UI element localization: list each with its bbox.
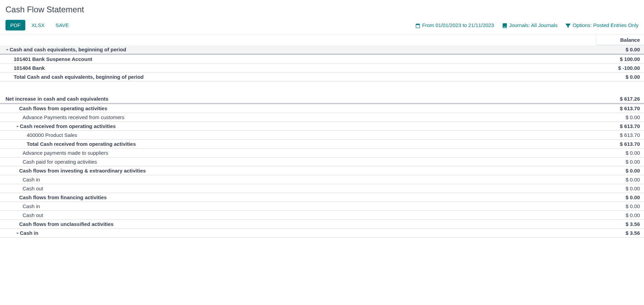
row-balance: $ -100.00 — [596, 64, 644, 73]
table-row[interactable]: Cash paid for operating activities$ 0.00 — [0, 157, 644, 166]
row-balance: $ 0.00 — [596, 211, 644, 219]
calendar-icon — [415, 22, 420, 28]
row-label: Cash out — [0, 184, 596, 193]
row-balance: $ 100.00 — [596, 54, 644, 64]
row-balance: $ 0.00 — [596, 193, 644, 202]
row-balance: $ 0.00 — [596, 73, 644, 81]
row-label: 101401 Bank Suspense Account — [0, 54, 596, 64]
toolbar-right: From 01/01/2023 to 21/11/2023 Journals: … — [415, 22, 639, 28]
table-row[interactable]: Net increase in cash and cash equivalent… — [0, 94, 644, 104]
row-balance: $ 0.00 — [596, 175, 644, 184]
row-label-text: Cash out — [23, 186, 43, 191]
row-label-text: Cash paid for operating activities — [23, 159, 97, 165]
row-label-text: Advance payments made to suppliers — [23, 150, 108, 156]
xlsx-button[interactable]: XLSX — [27, 20, 49, 30]
row-balance: $ 0.00 — [596, 202, 644, 211]
table-row[interactable]: Advance Payments received from customers… — [0, 113, 644, 122]
row-balance: $ 613.70 — [596, 130, 644, 139]
row-balance: $ 613.70 — [596, 139, 644, 148]
row-label: Cash in — [0, 228, 596, 237]
row-label: Cash flows from investing & extraordinar… — [0, 166, 596, 175]
table-row[interactable]: Cash flows from unclassified activities$… — [0, 219, 644, 228]
row-label-text: 400000 Product Sales — [27, 132, 77, 138]
row-label-text: Cash flows from investing & extraordinar… — [19, 168, 146, 174]
row-label: Advance payments made to suppliers — [0, 148, 596, 157]
row-label: Cash flows from operating activities — [0, 103, 596, 113]
table-row[interactable]: Cash and cash equivalents, beginning of … — [0, 45, 644, 54]
row-label: 101404 Bank — [0, 64, 596, 73]
table-row[interactable]: Cash in$ 3.56 — [0, 228, 644, 237]
row-label: Cash paid for operating activities — [0, 157, 596, 166]
row-balance: $ 617.26 — [596, 94, 644, 104]
table-row[interactable]: Cash received from operating activities$… — [0, 122, 644, 130]
row-label-text: Cash and cash equivalents, beginning of … — [10, 47, 126, 52]
toolbar-left: PDF XLSX SAVE — [5, 20, 74, 30]
row-label-text: Cash in — [23, 203, 40, 209]
toolbar: PDF XLSX SAVE From 01/01/2023 to 21/11/2… — [0, 20, 644, 35]
table-row[interactable]: 101404 Bank$ -100.00 — [0, 64, 644, 73]
table-row[interactable]: Advance payments made to suppliers$ 0.00 — [0, 148, 644, 157]
row-label-text: Cash flows from financing activities — [19, 194, 107, 200]
pdf-button[interactable]: PDF — [5, 20, 25, 30]
table-row[interactable]: 101401 Bank Suspense Account$ 100.00 — [0, 54, 644, 64]
filter-options[interactable]: Options: Posted Entries Only — [566, 22, 639, 28]
row-balance: $ 0.00 — [596, 166, 644, 175]
table-row[interactable]: Total Cash and cash equivalents, beginni… — [0, 73, 644, 81]
table-row — [0, 81, 644, 94]
row-label: Cash received from operating activities — [0, 122, 596, 130]
table-row[interactable]: Total Cash received from operating activ… — [0, 139, 644, 148]
book-icon — [502, 22, 507, 28]
row-label: 400000 Product Sales — [0, 130, 596, 139]
filter-date-range[interactable]: From 01/01/2023 to 21/11/2023 — [415, 22, 494, 28]
row-label: Cash out — [0, 211, 596, 219]
row-balance: $ 613.70 — [596, 122, 644, 130]
row-label-text: Net increase in cash and cash equivalent… — [5, 96, 108, 102]
row-label-text: Total Cash and cash equivalents, beginni… — [14, 74, 144, 80]
caret-down-icon[interactable] — [16, 230, 19, 233]
row-label-text: Cash flows from operating activities — [19, 105, 107, 111]
report-table: Balance Cash and cash equivalents, begin… — [0, 35, 644, 238]
table-row[interactable]: Cash out$ 0.00 — [0, 184, 644, 193]
filter-journals-label: Journals: All Journals — [509, 22, 558, 28]
row-balance: $ 3.56 — [596, 228, 644, 237]
row-label-text: 101401 Bank Suspense Account — [14, 56, 92, 62]
row-label: Total Cash received from operating activ… — [0, 139, 596, 148]
filter-date-label: From 01/01/2023 to 21/11/2023 — [422, 22, 494, 28]
caret-down-icon[interactable] — [5, 47, 9, 50]
table-row[interactable]: 400000 Product Sales$ 613.70 — [0, 130, 644, 139]
row-label: Cash flows from financing activities — [0, 193, 596, 202]
row-label-text: Total Cash received from operating activ… — [27, 141, 136, 147]
header-name — [0, 35, 596, 45]
row-label-text: Cash out — [23, 212, 43, 218]
table-row[interactable]: Cash in$ 0.00 — [0, 175, 644, 184]
row-balance: $ 3.56 — [596, 219, 644, 228]
table-row[interactable]: Cash flows from investing & extraordinar… — [0, 166, 644, 175]
table-row[interactable]: Cash in$ 0.00 — [0, 202, 644, 211]
filter-icon — [566, 22, 570, 28]
row-label-text: Cash in — [20, 230, 38, 236]
row-label-text: Advance Payments received from customers — [23, 114, 125, 120]
row-balance: $ 0.00 — [596, 45, 644, 54]
filter-journals[interactable]: Journals: All Journals — [502, 22, 558, 28]
page-title: Cash Flow Statement — [0, 0, 644, 20]
table-row[interactable]: Cash flows from financing activities$ 0.… — [0, 193, 644, 202]
filter-options-label: Options: Posted Entries Only — [572, 22, 639, 28]
row-balance: $ 613.70 — [596, 103, 644, 113]
table-header-row: Balance — [0, 35, 644, 45]
row-label: Net increase in cash and cash equivalent… — [0, 94, 596, 104]
caret-down-icon[interactable] — [16, 123, 19, 127]
row-label: Cash in — [0, 202, 596, 211]
row-label: Advance Payments received from customers — [0, 113, 596, 122]
row-balance: $ 0.00 — [596, 157, 644, 166]
row-balance: $ 0.00 — [596, 184, 644, 193]
table-row[interactable]: Cash flows from operating activities$ 61… — [0, 103, 644, 113]
row-label-text: 101404 Bank — [14, 65, 45, 71]
row-balance: $ 0.00 — [596, 113, 644, 122]
header-balance: Balance — [596, 35, 644, 45]
table-row[interactable]: Cash out$ 0.00 — [0, 211, 644, 219]
row-label: Total Cash and cash equivalents, beginni… — [0, 73, 596, 81]
save-button[interactable]: SAVE — [51, 20, 74, 30]
row-label-text: Cash flows from unclassified activities — [19, 221, 114, 227]
row-label-text: Cash received from operating activities — [20, 123, 116, 129]
row-label: Cash and cash equivalents, beginning of … — [0, 45, 596, 54]
